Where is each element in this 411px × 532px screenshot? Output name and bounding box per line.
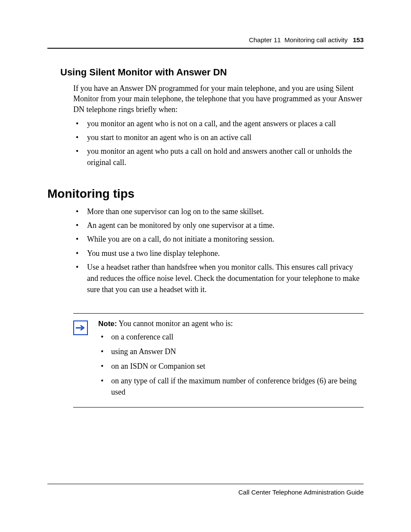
section1-body: If you have an Answer DN programmed for … [73,83,364,115]
footer: Call Center Telephone Administration Gui… [47,484,364,496]
list-item: using an Answer DN [98,346,364,357]
header-chapter: Chapter 11 [249,36,281,44]
note-arrow-icon [73,320,88,335]
note-block: Note: You cannot monitor an agent who is… [73,313,364,408]
note-lead: Note: You cannot monitor an agent who is… [98,318,364,330]
list-item: While you are on a call, do not initiate… [73,233,364,245]
list-item: you start to monitor an agent who is on … [73,132,364,143]
list-item: you monitor an agent who is not on a cal… [73,118,364,129]
list-item: on an ISDN or Companion set [98,361,364,372]
list-item: on a conference call [98,331,364,342]
note-lead-text: You cannot monitor an agent who is: [118,319,233,328]
section-heading-silent-monitor: Using Silent Monitor with Answer DN [60,67,364,78]
note-label: Note: [98,320,117,328]
list-item: Use a headset rather than handsfree when… [73,261,364,295]
list-item: You must use a two line display telephon… [73,248,364,259]
list-item: on any type of call if the maximum numbe… [98,375,364,398]
section2-bullets: More than one supervisor can log on to t… [73,206,364,295]
section1-bullets: you monitor an agent who is not on a cal… [73,118,364,168]
list-item: More than one supervisor can log on to t… [73,206,364,217]
list-item: An agent can be monitored by only one su… [73,220,364,231]
header-title: Monitoring call activity [284,36,348,44]
section-heading-monitoring-tips: Monitoring tips [47,187,364,201]
note-bullets: on a conference call using an Answer DN … [98,331,364,398]
running-header: Chapter 11 Monitoring call activity153 [47,36,364,49]
page: Chapter 11 Monitoring call activity153 U… [0,0,411,532]
note-body: Note: You cannot monitor an agent who is… [98,318,364,401]
footer-text: Call Center Telephone Administration Gui… [238,488,364,496]
list-item: you monitor an agent who puts a call on … [73,146,364,168]
section1-intro: If you have an Answer DN programmed for … [73,83,364,115]
page-number: 153 [353,36,364,44]
